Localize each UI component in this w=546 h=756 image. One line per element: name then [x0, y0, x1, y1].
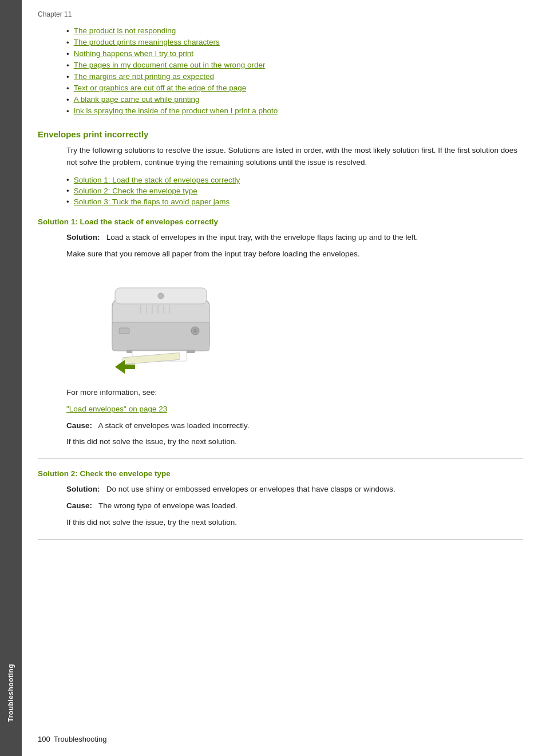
- solution1-cause: Cause: A stack of envelopes was loaded i…: [66, 420, 523, 432]
- sub-toc-link-2[interactable]: Solution 2: Check the envelope type: [74, 187, 197, 195]
- solution2-heading: Solution 2: Check the envelope type: [38, 469, 523, 478]
- svg-point-2: [158, 293, 164, 299]
- solution1-cause-text: A stack of envelopes was loaded incorrec…: [98, 421, 250, 430]
- solution1-see-label: For more information, see:: [66, 387, 523, 399]
- svg-rect-10: [119, 328, 129, 334]
- toc-item-7: A blank page came out while printing: [66, 95, 523, 104]
- chapter-label: Chapter 11: [38, 10, 523, 18]
- solution2-cause-label: Cause:: [66, 501, 92, 510]
- toc-item-6: Text or graphics are cut off at the edge…: [66, 84, 523, 93]
- toc-item-5: The margins are not printing as expected: [66, 72, 523, 81]
- solution1-description: Load a stack of envelopes in the input t…: [106, 233, 418, 242]
- page-footer: 100 Troubleshooting: [38, 735, 106, 743]
- solution2-body: Solution: Do not use shiny or embossed e…: [66, 484, 523, 529]
- svg-rect-3: [112, 322, 209, 351]
- main-content: Chapter 11 The product is not responding…: [22, 0, 546, 756]
- solution1-next: If this did not solve the issue, try the…: [66, 436, 523, 448]
- divider-1: [38, 458, 523, 459]
- solution1-extra: Make sure that you remove all paper from…: [66, 248, 523, 260]
- toc-link-3[interactable]: Nothing happens when I try to print: [74, 49, 193, 58]
- solution1-heading: Solution 1: Load the stack of envelopes …: [38, 217, 523, 226]
- toc-link-6[interactable]: Text or graphics are cut off at the edge…: [74, 84, 246, 92]
- envelopes-heading: Envelopes print incorrectly: [38, 129, 523, 139]
- sub-toc-item-3: Solution 3: Tuck the flaps to avoid pape…: [66, 197, 523, 206]
- solution1-body: Solution: Load a stack of envelopes in t…: [66, 232, 523, 449]
- sub-toc-item-2: Solution 2: Check the envelope type: [66, 187, 523, 195]
- toc-link-7[interactable]: A blank page came out while printing: [74, 95, 200, 104]
- toc-link-2[interactable]: The product prints meaningless character…: [74, 38, 220, 46]
- solution1-text: Solution: Load a stack of envelopes in t…: [66, 232, 523, 244]
- page-number: 100: [38, 735, 50, 743]
- divider-2: [38, 539, 523, 540]
- load-envelopes-link[interactable]: "Load envelopes" on page 23: [66, 405, 167, 413]
- toc-link-1[interactable]: The product is not responding: [74, 26, 176, 35]
- solution1-link: "Load envelopes" on page 23: [66, 403, 523, 415]
- solution2-next: If this did not solve the issue, try the…: [66, 517, 523, 529]
- toc-list: The product is not responding The produc…: [66, 26, 523, 116]
- toc-link-5[interactable]: The margins are not printing as expected: [74, 72, 214, 81]
- toc-item-2: The product prints meaningless character…: [66, 38, 523, 47]
- toc-link-4[interactable]: The pages in my document came out in the…: [74, 61, 266, 69]
- solution2-cause: Cause: The wrong type of envelope was lo…: [66, 500, 523, 512]
- solution2-cause-text: The wrong type of envelope was loaded.: [98, 501, 237, 510]
- envelopes-intro: Try the following solutions to resolve t…: [66, 145, 523, 169]
- solution1-section: Solution 1: Load the stack of envelopes …: [38, 217, 523, 449]
- footer-label: Troubleshooting: [54, 735, 107, 743]
- svg-point-9: [193, 328, 197, 333]
- page-wrapper: Troubleshooting Chapter 11 The product i…: [0, 0, 546, 756]
- toc-item-1: The product is not responding: [66, 26, 523, 35]
- toc-item-3: Nothing happens when I try to print: [66, 49, 523, 58]
- toc-link-8[interactable]: Ink is spraying the inside of the produc…: [74, 106, 278, 115]
- solution2-section: Solution 2: Check the envelope type Solu…: [38, 469, 523, 529]
- sub-toc-item-1: Solution 1: Load the stack of envelopes …: [66, 176, 523, 184]
- sub-toc-link-3[interactable]: Solution 3: Tuck the flaps to avoid pape…: [74, 197, 230, 206]
- solution1-cause-label: Cause:: [66, 421, 92, 430]
- solution1-label: Solution:: [66, 233, 100, 242]
- sub-toc-list: Solution 1: Load the stack of envelopes …: [66, 176, 523, 206]
- sidebar: Troubleshooting: [0, 0, 22, 756]
- toc-item-8: Ink is spraying the inside of the produc…: [66, 106, 523, 116]
- solution2-text: Solution: Do not use shiny or embossed e…: [66, 484, 523, 496]
- sub-toc-link-1[interactable]: Solution 1: Load the stack of envelopes …: [74, 176, 240, 184]
- sidebar-label: Troubleshooting: [7, 664, 15, 722]
- toc-item-4: The pages in my document came out in the…: [66, 61, 523, 70]
- printer-illustration: [95, 271, 227, 377]
- printer-image-container: [95, 271, 227, 377]
- solution2-description: Do not use shiny or embossed envelopes o…: [106, 485, 395, 493]
- solution2-label: Solution:: [66, 485, 100, 493]
